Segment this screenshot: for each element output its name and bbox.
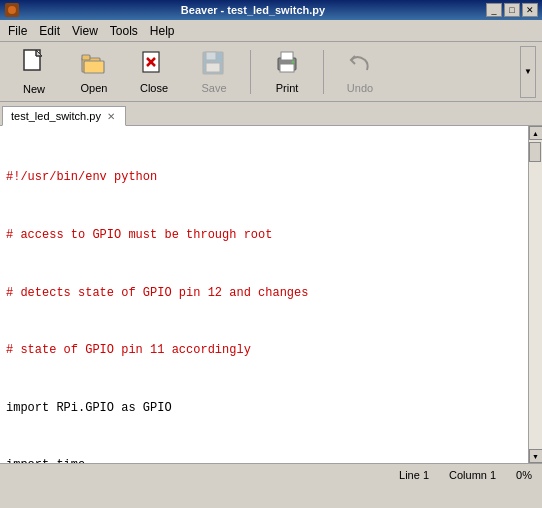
menu-edit[interactable]: Edit: [33, 22, 66, 40]
svg-rect-17: [280, 64, 294, 72]
scroll-up-button[interactable]: ▲: [529, 126, 543, 140]
code-line-3: # detects state of GPIO pin 12 and chang…: [6, 284, 522, 303]
toolbar-separator: [250, 50, 251, 94]
print-icon: [274, 50, 300, 80]
undo-label: Undo: [347, 82, 373, 94]
save-button[interactable]: Save: [186, 46, 242, 98]
status-column: Column 1: [443, 469, 502, 481]
new-button[interactable]: New: [6, 46, 62, 98]
code-line-2: # access to GPIO must be through root: [6, 226, 522, 245]
scroll-thumb[interactable]: [529, 142, 541, 162]
menu-tools[interactable]: Tools: [104, 22, 144, 40]
menu-file[interactable]: File: [2, 22, 33, 40]
scroll-track[interactable]: [529, 140, 542, 449]
code-line-4: # state of GPIO pin 11 accordingly: [6, 341, 522, 360]
tab-close-button[interactable]: ✕: [105, 110, 117, 122]
file-tab[interactable]: test_led_switch.py ✕: [2, 106, 126, 126]
toolbar-dropdown-arrow[interactable]: ▼: [520, 46, 536, 98]
svg-rect-13: [206, 52, 216, 60]
menu-bar: File Edit View Tools Help: [0, 20, 542, 42]
undo-icon: [347, 50, 373, 80]
toolbar-more[interactable]: ▼: [520, 46, 536, 98]
svg-point-1: [8, 6, 16, 14]
new-icon: [22, 49, 46, 81]
open-label: Open: [81, 82, 108, 94]
menu-view[interactable]: View: [66, 22, 104, 40]
status-line: Line 1: [393, 469, 435, 481]
editor-container: #!/usr/bin/env python # access to GPIO m…: [0, 126, 542, 463]
print-label: Print: [276, 82, 299, 94]
window-title: Beaver - test_led_switch.py: [20, 4, 486, 16]
status-percent: 0%: [510, 469, 538, 481]
save-label: Save: [201, 82, 226, 94]
open-button[interactable]: Open: [66, 46, 122, 98]
toolbar: New Open Close: [0, 42, 542, 102]
toolbar-separator-2: [323, 50, 324, 94]
close-icon: [141, 50, 167, 80]
svg-rect-16: [281, 52, 293, 60]
close-button[interactable]: ✕: [522, 3, 538, 17]
tab-label: test_led_switch.py: [11, 110, 101, 122]
svg-rect-7: [82, 55, 90, 60]
close-button[interactable]: Close: [126, 46, 182, 98]
svg-point-18: [292, 60, 295, 63]
tab-bar: test_led_switch.py ✕: [0, 102, 542, 126]
status-bar: Line 1 Column 1 0%: [0, 463, 542, 485]
code-editor[interactable]: #!/usr/bin/env python # access to GPIO m…: [0, 126, 528, 463]
open-icon: [81, 50, 107, 80]
code-line-5: import RPi.GPIO as GPIO: [6, 399, 522, 418]
close-label: Close: [140, 82, 168, 94]
new-label: New: [23, 83, 45, 95]
app-icon: [4, 2, 20, 18]
scroll-down-button[interactable]: ▼: [529, 449, 543, 463]
print-button[interactable]: Print: [259, 46, 315, 98]
window-controls: _ □ ✕: [486, 3, 538, 17]
code-line-1: #!/usr/bin/env python: [6, 168, 522, 187]
save-icon: [201, 50, 227, 80]
vertical-scrollbar[interactable]: ▲ ▼: [528, 126, 542, 463]
code-line-6: import time: [6, 456, 522, 463]
svg-rect-14: [206, 63, 220, 72]
undo-button[interactable]: Undo: [332, 46, 388, 98]
maximize-button[interactable]: □: [504, 3, 520, 17]
minimize-button[interactable]: _: [486, 3, 502, 17]
title-bar: Beaver - test_led_switch.py _ □ ✕: [0, 0, 542, 20]
svg-rect-8: [84, 61, 104, 73]
menu-help[interactable]: Help: [144, 22, 181, 40]
